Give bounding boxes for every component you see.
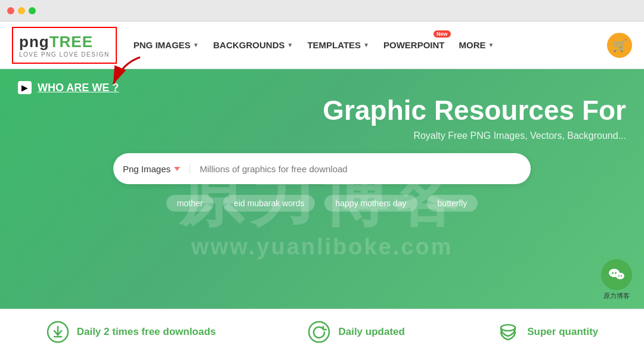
dropdown-arrow-icon (174, 167, 180, 171)
hero-section: 原力博客 www.yuanliboke.com ▶ WHO ARE WE ? G… (0, 69, 644, 354)
feature-quantity: Super quantity (496, 320, 598, 344)
nav-item-more[interactable]: MORE ▼ (454, 36, 499, 54)
svg-point-7 (612, 272, 614, 274)
arrow-annotation (104, 51, 152, 101)
feature-downloads-label: Daily 2 times free downloads (77, 326, 216, 338)
close-dot[interactable] (7, 7, 14, 14)
svg-point-8 (615, 272, 617, 274)
nav-item-templates[interactable]: TEMPLATES ▼ (302, 36, 374, 54)
search-bar-wrapper: Png Images (113, 153, 531, 184)
search-category-dropdown[interactable]: Png Images (113, 164, 190, 174)
nav-links: PNG IMAGES ▼ BACKGROUNDS ▼ TEMPLATES ▼ P… (129, 36, 595, 54)
chevron-down-icon: ▼ (363, 42, 369, 48)
browser-bar (0, 0, 644, 21)
svg-point-11 (621, 275, 622, 277)
hero-title: Graphic Resources For (323, 94, 626, 127)
hero-subtitle: Royalty Free PNG Images, Vectors, Backgr… (323, 131, 626, 141)
stack-icon (496, 320, 520, 344)
search-input[interactable] (190, 164, 531, 174)
feature-updated: Daily updated (307, 320, 404, 344)
navbar: pngTREE LOVE PNG LOVE DESIGN PNG IMAGES … (0, 21, 644, 69)
feature-quantity-label: Super quantity (527, 326, 598, 338)
logo-box[interactable]: pngTREE LOVE PNG LOVE DESIGN (12, 27, 117, 64)
feature-updated-label: Daily updated (338, 326, 404, 338)
tag-eid-mubarak[interactable]: eid mubarak words (223, 195, 315, 212)
logo-text: pngTREE (19, 33, 93, 51)
tag-butterfly[interactable]: butterfly (427, 195, 478, 212)
feature-strip: Daily 2 times free downloads Daily updat… (0, 309, 644, 354)
wechat-label: 原力博客 (603, 291, 630, 300)
watermark-url: www.yuanliboke.com (191, 234, 453, 260)
hero-content: Graphic Resources For Royalty Free PNG I… (305, 94, 644, 141)
chevron-down-icon: ▼ (193, 42, 199, 48)
logo-png: png (19, 33, 49, 51)
cart-icon: 🛒 (612, 38, 627, 52)
logo-tree: TREE (49, 33, 93, 51)
tag-row: mother eid mubarak words happy mothers d… (166, 195, 478, 212)
search-bar: Png Images (113, 153, 531, 184)
svg-point-9 (616, 273, 624, 280)
svg-point-10 (618, 275, 620, 277)
svg-point-4 (309, 322, 329, 342)
chevron-down-icon: ▼ (287, 42, 293, 48)
tag-mother[interactable]: mother (166, 195, 214, 212)
cart-button[interactable]: 🛒 (607, 33, 632, 58)
minimize-dot[interactable] (18, 7, 25, 14)
feature-downloads: Daily 2 times free downloads (46, 320, 216, 344)
fullscreen-dot[interactable] (29, 7, 36, 14)
download-icon (46, 320, 70, 344)
wechat-badge[interactable]: 原力博客 (601, 259, 632, 300)
tag-happy-mothers-day[interactable]: happy mothers day (324, 195, 417, 212)
chevron-down-icon: ▼ (488, 42, 494, 48)
nav-item-backgrounds[interactable]: BACKGROUNDS ▼ (208, 36, 298, 54)
wechat-icon (601, 259, 632, 290)
refresh-icon (307, 320, 331, 344)
search-category-label: Png Images (123, 164, 171, 174)
video-icon: ▶ (18, 81, 32, 94)
page-wrapper: pngTREE LOVE PNG LOVE DESIGN PNG IMAGES … (0, 21, 644, 354)
nav-item-powerpoint[interactable]: POWERPOINT New (379, 36, 450, 54)
logo-tagline: LOVE PNG LOVE DESIGN (19, 51, 110, 58)
svg-point-5 (501, 325, 515, 331)
new-badge: New (434, 30, 451, 38)
